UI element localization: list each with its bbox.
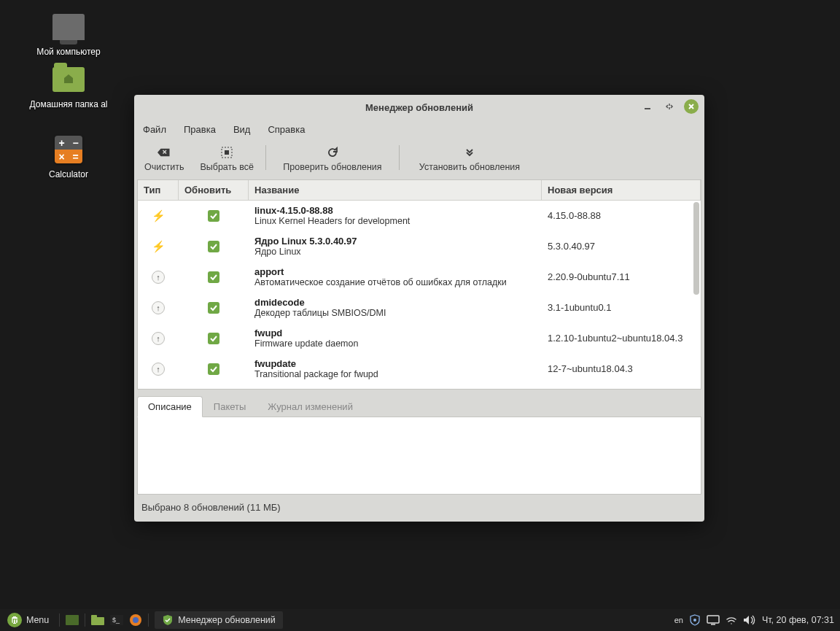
install-icon [464,145,475,160]
package-title: dmidecode [254,297,536,308]
package-version: 12-7~ubuntu18.04.3 [542,362,701,376]
tool-label: Очистить [144,162,184,172]
menu-help[interactable]: Справка [265,123,308,136]
terminal-launcher[interactable]: $_ [109,612,125,628]
package-title: fwupd [254,328,536,338]
checkbox-checked[interactable] [208,302,219,314]
clear-icon [158,145,171,160]
clear-button[interactable]: Очистить [137,144,191,174]
table-row[interactable]: ↑fwupdFirmware update daemon1.2.10-1ubun… [138,323,701,354]
network-tray-icon[interactable] [726,614,737,626]
firefox-launcher[interactable] [128,612,144,628]
file-manager-launcher[interactable] [90,612,106,628]
checkbox-checked[interactable] [208,210,219,222]
taskbar-item-update-manager[interactable]: Менеджер обновлений [155,611,283,629]
calculator-icon: +−×= [18,131,120,168]
select-all-button[interactable]: Выбрать всё [192,144,261,174]
update-up-icon: ↑ [152,332,165,345]
toolbar: Очистить Выбрать всё Проверить обновлени… [134,139,704,179]
install-button[interactable]: Установить обновления [404,144,535,174]
scrollbar[interactable] [692,202,699,387]
update-manager-window: Менеджер обновлений Файл Правка Вид Спра… [134,95,704,522]
package-description: Автоматическое создание отчётов об ошибк… [254,277,536,287]
shield-icon [162,614,174,626]
refresh-icon [327,145,338,160]
desktop-icon-computer[interactable]: Мой компьютер [18,9,120,58]
tab-packages[interactable]: Пакеты [203,396,257,417]
package-version: 5.3.0.40.97 [542,239,701,253]
desktop-icon-label: Домашняя папка al [18,98,120,111]
menu-edit[interactable]: Правка [181,123,219,136]
svg-rect-2 [66,615,79,625]
svg-rect-1 [225,150,229,155]
task-label: Менеджер обновлений [178,615,276,625]
minimize-button[interactable] [640,99,655,114]
tab-changelog[interactable]: Журнал изменений [257,396,364,417]
table-row[interactable]: ↑apportАвтоматическое создание отчётов о… [138,262,701,293]
header-type[interactable]: Тип [138,180,179,200]
separator [59,613,60,627]
package-title: apport [254,266,536,277]
kernel-icon: ⚡ [152,209,165,222]
separator [85,613,85,627]
tool-label: Установить обновления [419,162,520,172]
clock[interactable]: Чт, 20 фев, 07:31 [762,615,834,625]
checkbox-checked[interactable] [208,363,219,375]
volume-tray-icon[interactable] [743,614,756,626]
svg-rect-4 [91,615,97,618]
detail-tabs: Описание Пакеты Журнал изменений [137,395,701,417]
header-update[interactable]: Обновить [179,180,249,200]
mint-menu-button[interactable]: lm Menu [0,609,56,631]
shield-tray-icon[interactable] [689,614,701,626]
updates-table: Тип Обновить Название Новая версия ⚡linu… [137,179,701,390]
update-up-icon: ↑ [152,271,165,284]
package-version: 3.1-1ubuntu0.1 [542,301,701,314]
maximize-button[interactable] [662,99,677,114]
menubar: Файл Правка Вид Справка [134,120,704,139]
separator [265,145,266,170]
header-version[interactable]: Новая версия [542,180,701,200]
svg-point-8 [133,617,139,623]
separator [148,613,149,627]
package-description: Декодер таблицы SMBIOS/DMI [254,308,536,318]
menu-file[interactable]: Файл [140,123,169,136]
close-button[interactable] [684,99,699,114]
package-description: Transitional package for fwupd [254,369,536,379]
checkbox-checked[interactable] [208,333,219,344]
package-version: 2.20.9-0ubuntu7.11 [542,270,701,284]
checkbox-checked[interactable] [208,271,219,283]
refresh-button[interactable]: Проверить обновления [271,144,394,174]
package-description: Ядро Linux [254,247,536,257]
desktop-icon-home[interactable]: Домашняя папка al [18,61,120,111]
system-tray: en Чт, 20 фев, 07:31 [669,609,840,631]
desktop-icon-label: Calculator [18,168,120,181]
package-version: 4.15.0-88.88 [542,209,701,222]
show-desktop-button[interactable] [64,612,80,628]
desktop-icon-calculator[interactable]: +−×= Calculator [18,131,120,181]
select-all-icon [221,145,233,160]
table-row[interactable]: ↑systemdМенеджер системы и служб237-3ubu… [138,384,701,389]
description-panel [137,417,701,495]
titlebar[interactable]: Менеджер обновлений [134,95,704,120]
package-title: linux-4.15.0-88.88 [254,205,536,216]
menu-view[interactable]: Вид [230,123,254,136]
svg-point-9 [693,619,696,622]
svg-rect-10 [707,616,719,623]
table-body[interactable]: ⚡linux-4.15.0-88.88Linux Kernel Headers … [138,201,701,389]
display-tray-icon[interactable] [707,615,720,625]
table-row[interactable]: ⚡Ядро Linux 5.3.0.40.97Ядро Linux5.3.0.4… [138,231,701,262]
checkbox-checked[interactable] [208,241,219,252]
tab-description[interactable]: Описание [137,396,203,417]
header-name[interactable]: Название [249,180,542,200]
keyboard-layout[interactable]: en [674,616,683,624]
package-title: Ядро Linux 5.3.0.40.97 [254,236,536,247]
table-row[interactable]: ⚡linux-4.15.0-88.88Linux Kernel Headers … [138,201,701,231]
svg-text:$_: $_ [112,616,120,624]
desktop-icon-label: Мой компьютер [18,45,120,58]
separator [399,145,400,170]
package-description: Linux Kernel Headers for development [254,216,536,226]
table-row[interactable]: ↑fwupdateTransitional package for fwupd1… [138,354,701,384]
tool-label: Выбрать всё [200,162,254,172]
table-row[interactable]: ↑dmidecodeДекодер таблицы SMBIOS/DMI3.1-… [138,293,701,323]
menu-label: Menu [26,615,49,625]
